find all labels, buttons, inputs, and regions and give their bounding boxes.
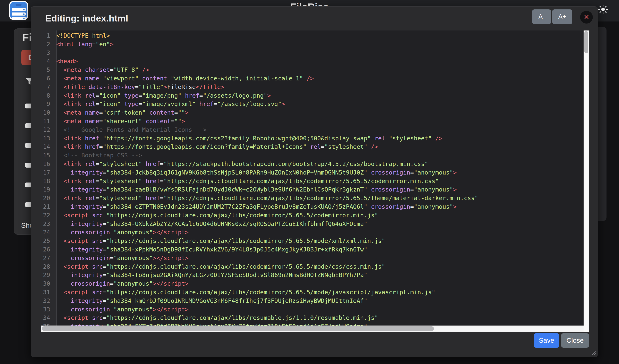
line-number: 25	[41, 237, 54, 245]
code-line[interactable]: 24 crossorigin="anonymous"></script>	[41, 228, 589, 237]
line-number: 22	[41, 211, 54, 220]
code-line[interactable]: 25 <script src="https://cdnjs.cloudflare…	[41, 237, 589, 245]
code-line[interactable]: 4<head>	[41, 57, 589, 66]
light-mode-toggle-icon[interactable]	[598, 4, 608, 14]
modal-close-icon[interactable]: ✕	[580, 11, 593, 24]
code-line[interactable]: 23 integrity="sha384-UXbkZAbZYZ/KCAslc6U…	[41, 220, 589, 228]
horizontal-scrollbar-thumb[interactable]	[42, 326, 434, 331]
save-button[interactable]: Save	[534, 333, 559, 348]
line-number: 23	[41, 220, 54, 228]
code-line[interactable]: 5 <meta charset="UTF-8" />	[41, 66, 589, 74]
code-lines[interactable]: 1<!DOCTYPE html>2<html lang="en">34<head…	[41, 30, 589, 331]
line-number: 2	[41, 40, 54, 49]
code-line[interactable]: 1<!DOCTYPE html>	[41, 31, 589, 40]
line-number: 33	[41, 305, 54, 314]
code-line[interactable]: 13 <link href="https://fonts.googleapis.…	[41, 134, 589, 143]
code-line[interactable]: 20 <link rel="stylesheet" href="https://…	[41, 194, 589, 202]
code-line[interactable]: 15 <!-- Bootstrap CSS -->	[41, 151, 589, 160]
line-number: 5	[41, 66, 54, 74]
code-line[interactable]: 9 <link rel="icon" type="image/svg+xml" …	[41, 100, 589, 108]
vertical-scrollbar[interactable]	[584, 30, 589, 332]
code-line[interactable]: 32 integrity="sha384-kmQrbJf09Uo1WRLMDVG…	[41, 297, 589, 305]
logo-drive-bar	[12, 13, 26, 15]
code-line[interactable]: 10 <meta name="csrf-token" content="">	[41, 108, 589, 117]
code-line[interactable]: 33 crossorigin="anonymous"></script>	[41, 305, 589, 314]
line-number: 14	[41, 143, 54, 151]
code-line[interactable]: 28 <script src="https://cdnjs.cloudflare…	[41, 263, 589, 271]
code-line[interactable]: 3	[41, 49, 589, 57]
line-number: 34	[41, 314, 54, 322]
line-number: 10	[41, 108, 54, 117]
editor-modal-title: Editing: index.html	[45, 13, 128, 24]
line-number: 3	[41, 49, 54, 57]
line-number: 16	[41, 160, 54, 168]
font-increase-button[interactable]: A+	[552, 9, 572, 24]
line-number: 6	[41, 74, 54, 83]
code-line[interactable]: 29 integrity="sha384-to8njsu2GAiXQnY/aLG…	[41, 271, 589, 280]
code-line[interactable]: 12 <!-- Google Fonts and Material Icons …	[41, 126, 589, 134]
code-line[interactable]: 6 <meta name="viewport" content="width=d…	[41, 74, 589, 83]
line-number: 30	[41, 280, 54, 288]
line-number: 9	[41, 100, 54, 108]
code-editor[interactable]: 1<!DOCTYPE html>2<html lang="en">34<head…	[41, 30, 589, 332]
code-line[interactable]: 34 <script src="https://cdnjs.cloudflare…	[41, 314, 589, 322]
line-number: 21	[41, 202, 54, 211]
line-number: 19	[41, 185, 54, 194]
code-line[interactable]: 2<html lang="en">	[41, 40, 589, 49]
line-number: 17	[41, 168, 54, 177]
code-line[interactable]: 19 integrity="sha384-zaeBlB/vwYsDRSlFajn…	[41, 185, 589, 194]
line-number: 7	[41, 83, 54, 92]
logo-drive-bar	[12, 8, 26, 11]
code-line[interactable]: 30 crossorigin="anonymous"></script>	[41, 280, 589, 288]
horizontal-scrollbar[interactable]	[41, 325, 584, 332]
code-line[interactable]: 14 <link href="https://fonts.googleapis.…	[41, 143, 589, 151]
code-line[interactable]: 26 integrity="sha384-xPpkMo5nDgD98fIcuRV…	[41, 245, 589, 254]
line-number: 27	[41, 254, 54, 263]
filerise-logo-icon	[9, 1, 28, 20]
code-line[interactable]: 17 integrity="sha384-JcKb8q3iqJ61gNV9KGb…	[41, 168, 589, 177]
line-number: 29	[41, 271, 54, 280]
filerise-app: FileRise Fi D Sho Editing: index.html A-…	[0, 0, 619, 364]
line-number: 4	[41, 57, 54, 66]
line-number: 8	[41, 92, 54, 100]
code-line[interactable]: 22 <script src="https://cdnjs.cloudflare…	[41, 211, 589, 220]
line-number: 15	[41, 151, 54, 160]
line-number: 26	[41, 245, 54, 254]
font-decrease-button[interactable]: A-	[532, 9, 551, 24]
editor-modal: Editing: index.html A- A+ ✕ 1<!DOCTYPE h…	[31, 6, 598, 357]
line-number: 1	[41, 31, 54, 40]
resize-handle[interactable]	[591, 350, 596, 355]
code-line[interactable]: 27 crossorigin="anonymous"></script>	[41, 254, 589, 263]
line-number: 13	[41, 134, 54, 143]
logo-drive-bar	[12, 17, 26, 20]
vertical-scrollbar-thumb[interactable]	[584, 31, 588, 53]
line-number: 12	[41, 126, 54, 134]
code-line[interactable]: 31 <script src="https://cdnjs.cloudflare…	[41, 288, 589, 297]
line-number: 32	[41, 297, 54, 305]
line-number: 11	[41, 117, 54, 126]
line-number: 18	[41, 177, 54, 186]
line-number: 20	[41, 194, 54, 202]
code-line[interactable]: 21 integrity="sha384-eZTPTN0EvJdn23s24UD…	[41, 202, 589, 211]
close-button[interactable]: Close	[561, 333, 589, 348]
code-line[interactable]: 18 <link rel="stylesheet" href="https://…	[41, 177, 589, 186]
line-number: 24	[41, 228, 54, 237]
code-line[interactable]: 11 <meta name="share-url" content="">	[41, 117, 589, 126]
code-line[interactable]: 8 <link rel="icon" type="image/png" href…	[41, 92, 589, 100]
line-number: 28	[41, 263, 54, 271]
code-line[interactable]: 16 <link rel="stylesheet" href="https://…	[41, 160, 589, 168]
line-number: 31	[41, 288, 54, 297]
logo-notch	[16, 4, 22, 6]
code-line[interactable]: 7 <title data-i18n-key="title">FileRise<…	[41, 83, 589, 92]
editor-modal-header: Editing: index.html A- A+ ✕	[31, 7, 598, 30]
